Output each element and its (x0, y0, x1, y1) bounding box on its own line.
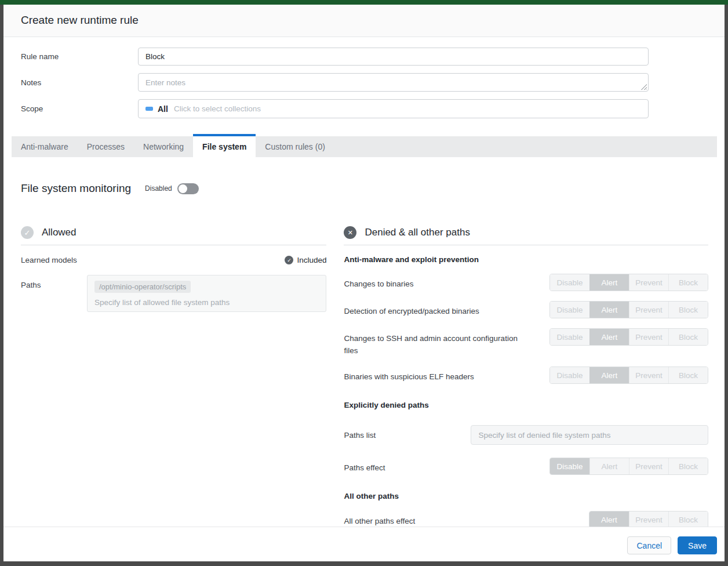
effect-row-changes-to-binaries: Changes to binaries Disable Alert Preven… (344, 274, 708, 291)
collection-color-icon (145, 107, 153, 111)
rule-name-input[interactable] (138, 48, 649, 66)
file-system-monitoring-row: File system monitoring Disabled (3, 182, 725, 195)
explicitly-denied-heading: Explicitly denied paths (344, 401, 708, 409)
option-prevent[interactable]: Prevent (629, 329, 668, 345)
effect-row-ssh-admin-config: Changes to SSH and admin account configu… (344, 328, 708, 357)
segmented-control: Disable Alert Prevent Block (549, 301, 708, 318)
scope-placeholder: Click to select collections (174, 104, 261, 113)
effect-row-paths-effect: Paths effect Disable Alert Prevent Block (344, 458, 708, 475)
app-top-bar (0, 0, 728, 5)
option-prevent[interactable]: Prevent (629, 302, 668, 318)
denied-title: Denied & all other paths (365, 227, 469, 238)
effect-row-all-other-paths: All other paths effect Alert Prevent Blo… (344, 511, 708, 527)
dialog-header: Create new runtime rule (3, 5, 725, 37)
all-other-paths-heading: All other paths (344, 492, 708, 500)
prevention-heading: Anti-malware and exploit prevention (344, 255, 708, 264)
included-check-icon: ✓ (285, 256, 293, 264)
dialog-footer: Cancel Save (3, 527, 725, 561)
rule-name-label: Rule name (21, 52, 138, 61)
effect-label: Detection of encrypted/packed binaries (344, 301, 479, 317)
option-alert[interactable]: Alert (589, 458, 629, 474)
all-other-paths-effect-label: All other paths effect (344, 511, 415, 527)
allowed-paths-label: Paths (21, 275, 87, 312)
rule-name-row: Rule name (21, 48, 725, 66)
save-button[interactable]: Save (678, 536, 717, 554)
option-disable[interactable]: Disable (550, 274, 589, 291)
option-alert[interactable]: Alert (589, 367, 629, 383)
denied-section: ✕ Denied & all other paths Anti-malware … (344, 226, 708, 527)
option-block[interactable]: Block (668, 302, 708, 318)
denied-paths-list-input[interactable] (471, 425, 708, 445)
segmented-control: Alert Prevent Block (589, 511, 708, 527)
scope-row: Scope All Click to select collections (21, 99, 725, 118)
tab-processes[interactable]: Processes (78, 136, 134, 157)
learned-models-label: Learned models (21, 256, 77, 264)
allowed-paths-placeholder: Specify list of allowed file system path… (94, 298, 319, 307)
paths-list-label: Paths list (344, 429, 471, 441)
x-circle-icon: ✕ (344, 226, 356, 239)
allowed-paths-input[interactable]: /opt/minio-operator/scripts Specify list… (87, 275, 326, 312)
option-block[interactable]: Block (668, 367, 708, 383)
create-runtime-rule-dialog: Create new runtime rule Rule name Notes … (3, 5, 725, 561)
tab-anti-malware[interactable]: Anti-malware (12, 136, 78, 157)
segmented-control: Disable Alert Prevent Block (549, 274, 708, 291)
effect-label: Changes to binaries (344, 274, 413, 290)
learned-models-row: Learned models ✓ Included (21, 256, 326, 264)
segmented-control: Disable Alert Prevent Block (549, 328, 708, 346)
option-disable[interactable]: Disable (550, 329, 589, 345)
included-badge: ✓ Included (285, 256, 326, 264)
segmented-control: Disable Alert Prevent Block (549, 458, 708, 475)
option-disable[interactable]: Disable (550, 302, 589, 318)
included-status-text: Included (297, 256, 326, 264)
monitoring-toggle[interactable] (177, 183, 199, 194)
notes-field-wrap (138, 73, 649, 92)
allowed-title: Allowed (42, 227, 77, 238)
toggle-knob (179, 184, 187, 193)
allowed-denied-columns: ✓ Allowed Learned models ✓ Included Path… (3, 226, 725, 527)
segmented-control: Disable Alert Prevent Block (549, 367, 708, 384)
notes-label: Notes (21, 78, 138, 87)
notes-row: Notes (21, 73, 725, 92)
scope-selected-collection: All (158, 104, 168, 114)
option-alert[interactable]: Alert (589, 302, 629, 318)
check-circle-icon: ✓ (21, 226, 34, 239)
notes-input[interactable] (138, 73, 649, 92)
rule-tabs: Anti-malware Processes Networking File s… (12, 136, 717, 157)
dialog-title: Create new runtime rule (21, 14, 707, 27)
option-prevent[interactable]: Prevent (629, 511, 668, 527)
option-block[interactable]: Block (668, 511, 708, 527)
allowed-section: ✓ Allowed Learned models ✓ Included Path… (21, 226, 326, 527)
option-block[interactable]: Block (668, 274, 708, 291)
tab-file-system[interactable]: File system (193, 134, 256, 157)
effect-label: Binaries with suspicious ELF headers (344, 367, 474, 383)
monitoring-title: File system monitoring (21, 182, 131, 195)
allowed-paths-row: Paths /opt/minio-operator/scripts Specif… (21, 275, 326, 312)
paths-effect-label: Paths effect (344, 458, 385, 474)
rule-meta-form: Rule name Notes Scope All Click to selec… (3, 37, 725, 127)
option-block[interactable]: Block (668, 329, 708, 345)
option-prevent[interactable]: Prevent (629, 367, 668, 383)
effect-row-encrypted-packed-binaries: Detection of encrypted/packed binaries D… (344, 301, 708, 318)
monitoring-state-label: Disabled (145, 184, 172, 193)
option-block[interactable]: Block (668, 458, 708, 474)
effect-label: Changes to SSH and admin account configu… (344, 328, 523, 357)
option-disable[interactable]: Disable (550, 367, 589, 383)
cancel-button[interactable]: Cancel (627, 536, 671, 554)
tab-networking[interactable]: Networking (134, 136, 193, 157)
dialog-body: Rule name Notes Scope All Click to selec… (3, 37, 725, 527)
tab-custom-rules[interactable]: Custom rules (0) (256, 136, 334, 157)
option-alert[interactable]: Alert (589, 511, 629, 527)
denied-header: ✕ Denied & all other paths (344, 226, 708, 245)
allowed-header: ✓ Allowed (21, 226, 326, 245)
option-disable[interactable]: Disable (550, 458, 589, 474)
scope-label: Scope (21, 104, 138, 113)
option-prevent[interactable]: Prevent (629, 274, 668, 291)
option-alert[interactable]: Alert (589, 274, 629, 291)
scope-collections-field[interactable]: All Click to select collections (138, 99, 649, 118)
denied-paths-list-row: Paths list (344, 425, 708, 445)
option-alert[interactable]: Alert (589, 329, 629, 345)
option-prevent[interactable]: Prevent (629, 458, 668, 474)
effect-row-suspicious-elf-headers: Binaries with suspicious ELF headers Dis… (344, 367, 708, 384)
allowed-path-chip: /opt/minio-operator/scripts (94, 281, 191, 293)
